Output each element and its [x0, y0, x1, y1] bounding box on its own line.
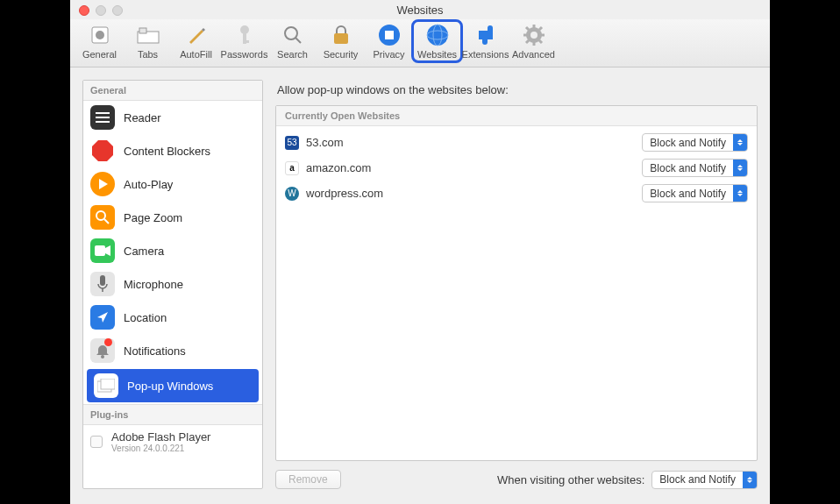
sidebar-items: Reader Content Blockers Auto-Play Page Z… [83, 101, 262, 404]
sidebar-item-page-zoom[interactable]: Page Zoom [83, 201, 262, 234]
svg-rect-32 [95, 245, 105, 256]
remove-button[interactable]: Remove [275, 470, 341, 489]
preferences-window: Websites General Tabs AutoFill Passwords… [70, 0, 770, 504]
svg-line-21 [526, 27, 529, 30]
tab-advanced[interactable]: Advanced [509, 21, 558, 61]
sidebar-item-location[interactable]: Location [83, 301, 262, 334]
microphone-icon [90, 272, 115, 296]
plugin-version: Version 24.0.0.221 [111, 444, 210, 453]
svg-rect-6 [243, 40, 249, 43]
chevron-updown-icon [743, 472, 757, 488]
plugin-name: Adobe Flash Player [111, 430, 210, 444]
svg-marker-33 [105, 245, 110, 256]
svg-rect-34 [100, 275, 105, 286]
plugin-checkbox[interactable] [90, 436, 103, 448]
main-heading: Allow pop-up windows on the websites bel… [275, 80, 758, 105]
passwords-icon [232, 23, 257, 47]
svg-point-37 [101, 355, 104, 358]
table-row[interactable]: a amazon.com Block and Notify [283, 155, 750, 181]
svg-line-22 [539, 40, 542, 43]
site-domain: wordpress.com [306, 187, 383, 200]
tab-websites[interactable]: Websites [413, 21, 461, 61]
sidebar-general-header: General [83, 81, 262, 101]
tab-passwords[interactable]: Passwords [220, 21, 268, 61]
reader-icon [90, 105, 115, 130]
plugin-flash[interactable]: Adobe Flash Player Version 24.0.0.221 [83, 425, 262, 458]
policy-dropdown[interactable]: Block and Notify [642, 184, 748, 202]
tabs-icon [136, 23, 160, 47]
tab-general[interactable]: General [75, 21, 124, 61]
svg-marker-36 [97, 312, 108, 323]
preferences-toolbar: General Tabs AutoFill Passwords Search S… [70, 19, 770, 67]
favicon-53: 53 [285, 136, 299, 150]
sidebar-item-label: Pop-up Windows [127, 380, 213, 393]
svg-rect-3 [139, 28, 146, 33]
body: General Reader Content Blockers Auto-Pla… [70, 67, 770, 501]
zoom-window-button[interactable] [112, 5, 123, 16]
tab-extensions[interactable]: Extensions [461, 21, 509, 61]
table-row[interactable]: W wordpress.com Block and Notify [283, 181, 750, 206]
policy-dropdown[interactable]: Block and Notify [642, 133, 748, 152]
table-row[interactable]: 53 53.com Block and Notify [283, 130, 750, 155]
chevron-updown-icon [733, 185, 747, 202]
advanced-icon [522, 23, 546, 47]
svg-line-31 [104, 219, 109, 224]
sidebar-item-auto-play[interactable]: Auto-Play [83, 167, 262, 201]
tab-search[interactable]: Search [268, 21, 317, 61]
sidebar-item-label: Microphone [124, 278, 183, 291]
other-policy-dropdown[interactable]: Block and Notify [651, 471, 758, 489]
svg-point-7 [285, 27, 297, 39]
list-rows: 53 53.com Block and Notify a amazon.com [276, 126, 757, 460]
policy-dropdown[interactable]: Block and Notify [642, 159, 748, 177]
svg-marker-29 [99, 179, 108, 189]
autofill-icon [184, 23, 209, 47]
sidebar-plugins-header: Plug-ins [83, 404, 262, 425]
window-title: Websites [70, 0, 770, 17]
list-header: Currently Open Websites [276, 106, 757, 126]
sidebar-item-label: Camera [124, 245, 164, 258]
location-icon [90, 305, 115, 330]
tab-autofill[interactable]: AutoFill [172, 21, 220, 61]
chevron-updown-icon [733, 134, 747, 151]
privacy-icon [377, 23, 402, 47]
sidebar-item-popup-windows[interactable]: Pop-up Windows [87, 369, 259, 402]
extensions-icon [473, 23, 498, 47]
main-panel: Allow pop-up windows on the websites bel… [275, 80, 758, 489]
other-websites-label: When visiting other websites: [497, 473, 644, 486]
sidebar: General Reader Content Blockers Auto-Pla… [82, 80, 263, 489]
notification-badge [104, 338, 112, 346]
sidebar-item-reader[interactable]: Reader [83, 101, 262, 134]
sidebar-item-label: Page Zoom [124, 211, 182, 224]
footer: Remove When visiting other websites: Blo… [275, 461, 758, 489]
auto-play-icon [90, 172, 115, 196]
sidebar-item-label: Notifications [124, 344, 186, 358]
search-icon [281, 23, 305, 47]
favicon-amazon: a [285, 161, 299, 175]
websites-icon [425, 23, 450, 47]
sidebar-item-label: Location [124, 311, 167, 324]
tab-tabs[interactable]: Tabs [124, 21, 172, 61]
svg-line-24 [539, 27, 542, 30]
sidebar-item-notifications[interactable]: Notifications [83, 334, 262, 367]
svg-rect-9 [334, 33, 348, 44]
close-window-button[interactable] [79, 5, 89, 16]
sidebar-item-microphone[interactable]: Microphone [83, 267, 262, 301]
sidebar-item-content-blockers[interactable]: Content Blockers [83, 134, 262, 167]
site-domain: amazon.com [306, 161, 371, 174]
svg-point-16 [530, 32, 537, 39]
tab-security[interactable]: Security [317, 21, 365, 61]
minimize-window-button[interactable] [96, 5, 106, 16]
popup-windows-icon [94, 373, 118, 398]
notifications-icon [90, 338, 115, 363]
tab-privacy[interactable]: Privacy [365, 21, 413, 61]
chevron-updown-icon [733, 160, 747, 176]
sidebar-item-camera[interactable]: Camera [83, 234, 262, 267]
sidebar-item-label: Reader [124, 111, 161, 124]
svg-line-8 [295, 38, 301, 43]
page-zoom-icon [90, 205, 115, 230]
svg-point-12 [427, 25, 448, 46]
svg-point-30 [96, 211, 105, 220]
general-icon [88, 23, 112, 47]
svg-point-4 [240, 25, 249, 34]
favicon-wordpress: W [285, 187, 299, 201]
